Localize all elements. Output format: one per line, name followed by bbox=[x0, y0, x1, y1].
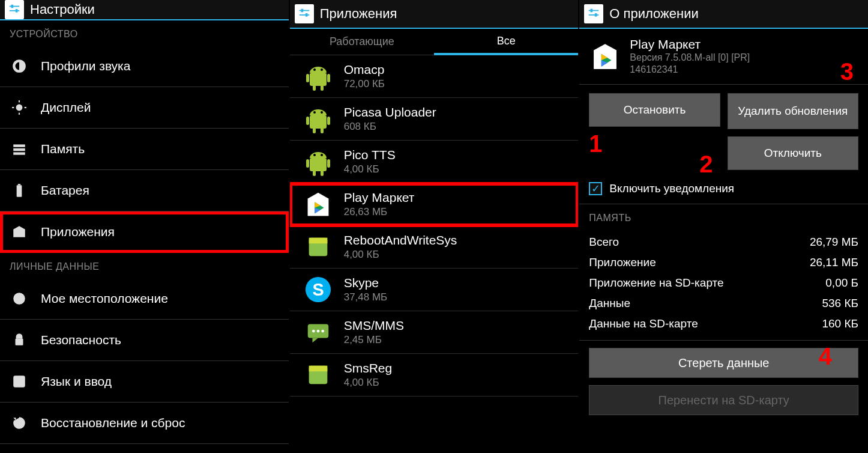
memory-key: Приложение на SD-карте bbox=[589, 276, 723, 290]
skype-icon: S bbox=[303, 275, 333, 305]
remove-updates-button[interactable]: Удалить обновления bbox=[728, 93, 858, 129]
display-icon bbox=[10, 98, 29, 117]
svg-text:A: A bbox=[17, 377, 22, 386]
app-name-label: SmsReg bbox=[344, 361, 393, 375]
app-size-label: 72,00 КБ bbox=[344, 78, 385, 90]
svg-rect-17 bbox=[13, 148, 25, 151]
memory-row: Приложение26,11 МБ bbox=[579, 252, 868, 273]
label: Восстановление и сброс bbox=[41, 416, 185, 430]
section-device: УСТРОЙСТВО bbox=[0, 20, 289, 46]
app-row[interactable]: Pico TTS4,00 КБ bbox=[290, 141, 579, 183]
app-size-label: 4,00 КБ bbox=[344, 163, 396, 175]
label: Безопасность bbox=[41, 333, 121, 347]
app-name-label: Play Маркет bbox=[344, 190, 415, 205]
settings-icon bbox=[5, 0, 24, 19]
settings-item-location[interactable]: Мое местоположение bbox=[0, 278, 289, 320]
app-size-label: 608 КБ bbox=[344, 121, 436, 133]
label: Батарея bbox=[41, 183, 89, 198]
settings-item-reset[interactable]: Восстановление и сброс bbox=[0, 403, 289, 444]
label: Профили звука bbox=[41, 59, 130, 73]
sms-icon bbox=[303, 317, 333, 347]
settings-item-display[interactable]: Дисплей bbox=[0, 87, 289, 129]
lock-icon bbox=[10, 330, 29, 350]
app-size-label: 2,45 МБ bbox=[344, 334, 404, 346]
app-row[interactable]: Picasa Uploader608 КБ bbox=[290, 98, 579, 141]
app-row[interactable]: SmsReg4,00 КБ bbox=[290, 354, 579, 397]
app-size-label: 4,00 КБ bbox=[344, 377, 393, 389]
stop-button[interactable]: Остановить bbox=[589, 93, 720, 127]
apps-tabs: Работающие Все bbox=[290, 29, 579, 55]
section-accounts: АККАУНТЫ bbox=[0, 444, 289, 453]
appinfo-header: Play Маркет Версия 7.5.08.M-all [0] [PR]… bbox=[579, 29, 868, 85]
memory-key: Данные bbox=[589, 297, 630, 310]
svg-rect-15 bbox=[25, 107, 26, 108]
settings-icon bbox=[584, 4, 603, 23]
label: Память bbox=[41, 142, 85, 156]
label: Дисплей bbox=[41, 100, 91, 115]
apps-icon bbox=[10, 222, 29, 242]
app-name-label: Skype bbox=[344, 276, 388, 290]
battery-icon bbox=[10, 181, 29, 200]
svg-text:S: S bbox=[312, 280, 324, 299]
memory-icon bbox=[10, 139, 29, 159]
svg-rect-23 bbox=[16, 339, 23, 345]
memory-list: Всего26,79 МБПриложение26,11 МБПриложени… bbox=[579, 230, 868, 341]
app-row[interactable]: SSkype37,48 МБ bbox=[290, 269, 579, 311]
memory-value: 26,79 МБ bbox=[810, 236, 858, 249]
app-size-label: 37,48 МБ bbox=[344, 291, 388, 303]
memory-value: 536 КБ bbox=[822, 297, 858, 310]
tab-all[interactable]: Все bbox=[434, 29, 578, 55]
svg-point-11 bbox=[16, 105, 23, 111]
app-row[interactable]: Omacp72,00 КБ bbox=[290, 55, 579, 98]
app-name-label: Picasa Uploader bbox=[344, 105, 436, 120]
app-list: Omacp72,00 КБPicasa Uploader608 КБPico T… bbox=[290, 55, 579, 397]
page-title: О приложении bbox=[609, 6, 698, 22]
titlebar-appinfo: О приложении bbox=[579, 0, 868, 29]
svg-point-32 bbox=[316, 330, 319, 333]
svg-rect-13 bbox=[19, 113, 20, 115]
titlebar-settings: Настройки bbox=[0, 0, 289, 20]
titlebar-apps: Приложения bbox=[290, 0, 579, 29]
device-list: Профили звука Дисплей Память Батарея bbox=[0, 46, 289, 253]
tab-running[interactable]: Работающие bbox=[290, 29, 434, 55]
play-store-icon bbox=[589, 40, 621, 73]
app-version: Версия 7.5.08.M-all [0] [PR] 146162341 bbox=[630, 52, 750, 76]
svg-rect-18 bbox=[13, 152, 25, 154]
page-title: Настройки bbox=[30, 2, 95, 17]
svg-rect-14 bbox=[12, 107, 14, 108]
checkbox-icon[interactable]: ✓ bbox=[589, 182, 602, 195]
appinfo-screen: О приложении Play Маркет Версия 7.5.08.M… bbox=[578, 0, 868, 453]
reset-icon bbox=[10, 413, 29, 433]
settings-item-memory[interactable]: Память bbox=[0, 129, 289, 170]
memory-key: Всего bbox=[589, 236, 619, 249]
label: Язык и ввод bbox=[41, 374, 112, 389]
generic-icon bbox=[303, 232, 333, 262]
settings-item-security[interactable]: Безопасность bbox=[0, 320, 289, 361]
settings-item-battery[interactable]: Батарея bbox=[0, 170, 289, 211]
memory-key: Данные на SD-карте bbox=[589, 317, 698, 330]
svg-rect-27 bbox=[309, 238, 327, 244]
app-row[interactable]: SMS/MMS2,45 МБ bbox=[290, 311, 579, 354]
settings-item-apps[interactable]: Приложения bbox=[0, 211, 289, 253]
settings-icon bbox=[295, 4, 314, 23]
settings-screen: Настройки УСТРОЙСТВО Профили звука Диспл… bbox=[0, 0, 289, 453]
memory-row: Данные536 КБ bbox=[579, 293, 868, 314]
settings-item-language[interactable]: A Язык и ввод bbox=[0, 361, 289, 403]
app-row[interactable]: RebootAndWriteSys4,00 КБ bbox=[290, 226, 579, 269]
section-memory: ПАМЯТЬ bbox=[579, 204, 868, 230]
app-row[interactable]: Play Маркет26,63 МБ bbox=[290, 183, 579, 226]
android-icon bbox=[303, 61, 333, 91]
settings-item-sound[interactable]: Профили звука bbox=[0, 46, 289, 87]
disable-button[interactable]: Отключить bbox=[728, 136, 858, 170]
label: Включить уведомления bbox=[609, 182, 734, 195]
notifications-row[interactable]: ✓ Включить уведомления bbox=[579, 178, 868, 204]
memory-row: Данные на SD-карте160 КБ bbox=[579, 314, 868, 334]
svg-rect-16 bbox=[13, 144, 25, 147]
svg-rect-35 bbox=[309, 366, 327, 372]
app-name-label: Omacp bbox=[344, 62, 385, 77]
label: Мое местоположение bbox=[41, 291, 168, 306]
clear-data-button[interactable]: Стереть данные bbox=[589, 348, 858, 378]
svg-point-22 bbox=[17, 297, 22, 301]
memory-value: 0,00 Б bbox=[825, 276, 858, 290]
svg-rect-12 bbox=[19, 100, 20, 102]
